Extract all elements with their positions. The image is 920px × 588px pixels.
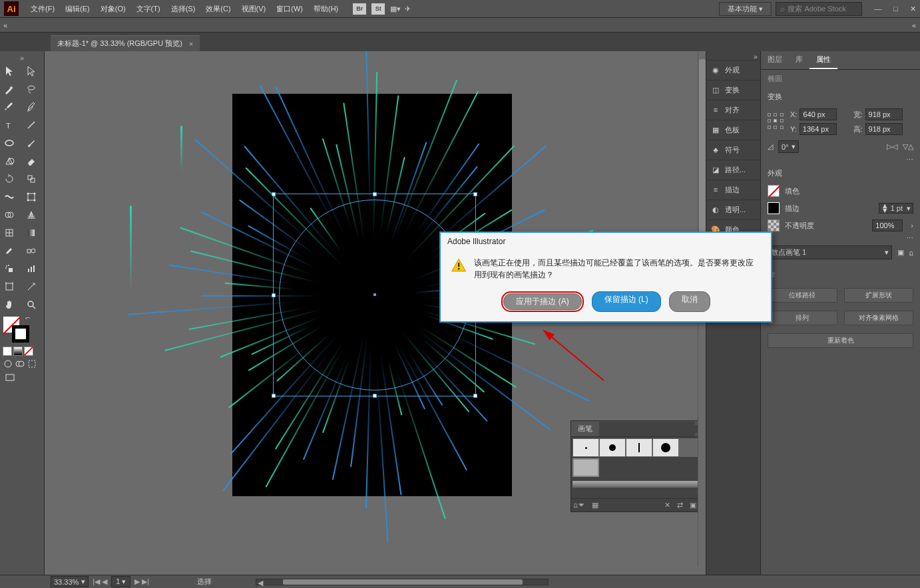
prev-artboard-icon[interactable]: ◀: [102, 577, 107, 586]
brushes-panel-tab[interactable]: 画笔: [571, 421, 599, 436]
remove-brush-stroke-icon[interactable]: ✕: [664, 501, 670, 510]
panel-collapse-icon[interactable]: «: [912, 21, 920, 29]
keep-stroke-button[interactable]: 保留描边 (L): [592, 291, 661, 312]
menu-edit[interactable]: 编辑(E): [60, 4, 95, 14]
next-artboard-icon[interactable]: ▶: [134, 577, 140, 586]
selection-handle-sw[interactable]: [272, 394, 276, 398]
gpu-icon[interactable]: ✈: [405, 5, 411, 13]
menu-help[interactable]: 帮助(H): [308, 4, 344, 14]
cancel-button[interactable]: 取消: [669, 291, 710, 312]
selection-tool[interactable]: [0, 62, 19, 80]
recolor-button[interactable]: 重新着色: [768, 333, 913, 348]
appearance-more-icon[interactable]: ⋯: [761, 234, 920, 243]
swap-fill-stroke-icon[interactable]: ⤺: [25, 315, 31, 321]
opacity-flyout-icon[interactable]: ›: [911, 221, 913, 229]
selection-handle-s[interactable]: [373, 394, 377, 398]
draw-behind[interactable]: [15, 359, 25, 369]
x-input[interactable]: [800, 108, 837, 120]
last-artboard-icon[interactable]: ▶|: [142, 577, 149, 586]
artboard-tool[interactable]: [0, 277, 19, 295]
line-segment-tool[interactable]: [22, 116, 41, 134]
dock-transform[interactable]: ◫变换: [706, 80, 760, 99]
selection-handle-ne[interactable]: [473, 192, 477, 196]
arrange-documents-icon[interactable]: ▦▾: [390, 5, 401, 13]
dock-align[interactable]: ≡对齐: [706, 100, 760, 119]
close-tab-icon[interactable]: ×: [189, 40, 193, 48]
direct-selection-tool[interactable]: [22, 62, 41, 80]
brush-basic-row[interactable]: [573, 481, 706, 488]
stock-icon[interactable]: St: [371, 3, 385, 15]
window-minimize[interactable]: —: [874, 5, 881, 13]
scroll-left-icon[interactable]: ◀: [258, 579, 263, 587]
arrange-button[interactable]: 排列: [768, 311, 837, 325]
brush-swatch-1[interactable]: [573, 438, 599, 457]
transform-more-icon[interactable]: ⋯: [761, 156, 920, 164]
scrollbar-thumb-v[interactable]: [699, 59, 706, 232]
flip-horizontal-icon[interactable]: ▷◁: [887, 142, 897, 151]
pen-tool[interactable]: [0, 98, 19, 116]
first-artboard-icon[interactable]: |◀: [93, 577, 100, 586]
mesh-tool[interactable]: [0, 223, 19, 241]
draw-normal[interactable]: [3, 359, 13, 369]
menu-effect[interactable]: 效果(C): [200, 4, 236, 14]
color-mode-gradient[interactable]: [13, 347, 23, 356]
blend-tool[interactable]: [22, 241, 41, 259]
symbol-sprayer-tool[interactable]: [0, 259, 19, 277]
perspective-grid-tool[interactable]: [22, 206, 41, 223]
opacity-swatch[interactable]: [768, 220, 780, 231]
stroke-swatch[interactable]: [12, 325, 29, 343]
menu-select[interactable]: 选择(S): [166, 4, 201, 14]
lasso-tool[interactable]: [22, 80, 41, 98]
shaper-tool[interactable]: [0, 152, 19, 170]
zoom-select[interactable]: 33.33%▾: [51, 576, 89, 587]
brushes-panel[interactable]: 画笔 »≡ 基本 ⩍⏷ ▦: [571, 420, 706, 512]
dock-transparency[interactable]: ◐透明...: [706, 200, 760, 219]
menu-type[interactable]: 文字(T): [131, 4, 166, 14]
brush-library-menu-icon[interactable]: ▦: [592, 501, 598, 510]
bridge-icon[interactable]: Br: [353, 3, 366, 15]
color-mode-none[interactable]: [24, 347, 33, 356]
brush-swatch-3[interactable]: [626, 438, 652, 457]
menu-object[interactable]: 对象(O): [95, 4, 131, 14]
offset-path-button[interactable]: 位移路径: [768, 288, 837, 303]
tab-properties[interactable]: 属性: [809, 51, 837, 69]
selection-handle-w[interactable]: [272, 293, 276, 297]
hand-tool[interactable]: [0, 295, 19, 313]
selection-handle-nw[interactable]: [272, 192, 276, 196]
tab-libraries[interactable]: 库: [789, 51, 809, 69]
dock-appearance[interactable]: ◉外观: [706, 60, 760, 79]
selection-handle-se[interactable]: [473, 394, 477, 398]
type-tool[interactable]: T: [0, 116, 19, 134]
height-input[interactable]: [865, 123, 903, 135]
menu-view[interactable]: 视图(V): [236, 4, 272, 14]
dock-pathfinder[interactable]: ◪路径...: [706, 160, 760, 179]
scrollbar-thumb-h[interactable]: [283, 579, 523, 585]
brush-flyout-2-icon[interactable]: ⩍: [909, 249, 913, 257]
menu-file[interactable]: 文件(F): [25, 4, 60, 14]
draw-inside[interactable]: [27, 359, 37, 369]
window-maximize[interactable]: □: [893, 5, 898, 13]
brush-flyout-1-icon[interactable]: ▣: [897, 248, 904, 257]
paintbrush-tool[interactable]: [22, 134, 41, 152]
window-close[interactable]: ✕: [910, 5, 916, 13]
canvas-scrollbar-horizontal[interactable]: ◀: [256, 579, 549, 585]
curvature-tool[interactable]: [22, 98, 41, 116]
scale-tool[interactable]: [22, 170, 41, 188]
dock-collapse-icon[interactable]: »: [706, 53, 760, 59]
eraser-tool[interactable]: [22, 152, 41, 170]
brush-libraries-icon[interactable]: ⩍⏷: [574, 501, 585, 510]
flip-vertical-icon[interactable]: ▽△: [903, 142, 913, 151]
dock-swatches[interactable]: ▦色板: [706, 120, 760, 139]
fill-color-swatch[interactable]: [768, 185, 780, 197]
toolbar-collapse-icon[interactable]: «: [0, 21, 11, 29]
width-tool[interactable]: [0, 188, 19, 206]
brush-select[interactable]: 散点画笔 1▾: [768, 245, 892, 259]
brush-swatch-2[interactable]: [599, 438, 626, 457]
opacity-input[interactable]: [872, 220, 903, 231]
rotate-input[interactable]: 0°▾: [778, 140, 799, 153]
brush-options-icon[interactable]: ⇄: [677, 501, 683, 510]
workspace-switcher[interactable]: 基本功能 ▾: [719, 2, 772, 16]
rotate-tool[interactable]: [0, 170, 19, 188]
toolbar-grip-icon[interactable]: »: [0, 54, 44, 62]
slice-tool[interactable]: [22, 277, 41, 295]
